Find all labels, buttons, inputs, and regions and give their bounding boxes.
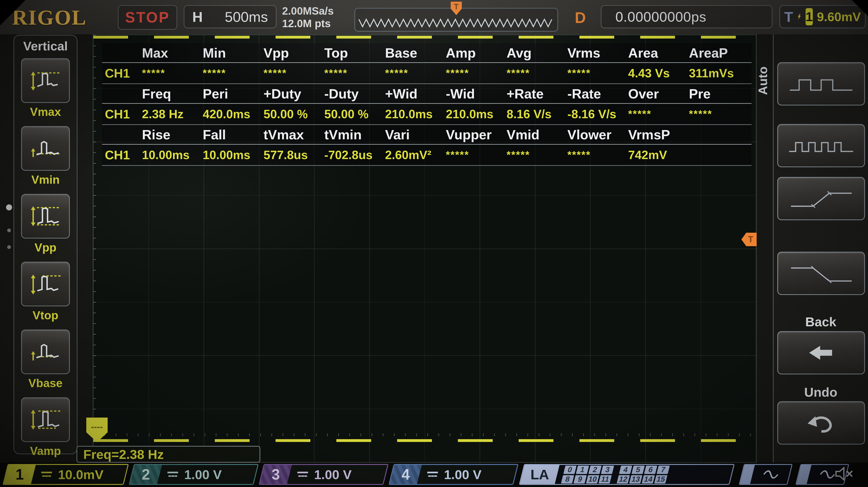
- sidebar-item-vpp[interactable]: Vpp: [21, 194, 70, 254]
- back-label: Back: [774, 314, 868, 329]
- measurement-value-row: CH110.00ms10.00ms577.8us-702.8us2.60mV²*…: [102, 145, 751, 166]
- measurement-header: tVmin: [324, 127, 385, 142]
- sidebar-item-vbase[interactable]: Vbase: [21, 330, 70, 390]
- digital-channel-9: 9: [574, 475, 587, 484]
- channel-status-bar: 1 10.0mV 2 1.00 V 3 1.00 V 4 1.0: [0, 463, 868, 487]
- channel2-number: 2: [142, 466, 150, 483]
- digital-channel-5: 5: [632, 466, 645, 474]
- vamp-button[interactable]: [21, 397, 70, 442]
- measurement-header: Pre: [689, 86, 750, 102]
- vmax-label: Vmax: [30, 105, 61, 119]
- measurement-header: +Duty: [264, 86, 324, 102]
- sine-wave-icon: [760, 467, 782, 481]
- multi-pulse-measure-button[interactable]: [777, 124, 865, 167]
- measurement-value: 742mV: [628, 148, 689, 162]
- digital-channel-8: 8: [561, 475, 574, 484]
- digital-row-top: 01234567: [563, 466, 670, 474]
- sidebar-item-vtop[interactable]: Vtop: [21, 262, 70, 322]
- measurement-value: 50.00 %: [324, 107, 385, 121]
- digital-channel-14: 14: [642, 475, 655, 484]
- horizontal-label: H: [192, 8, 203, 25]
- channel4-coupling-icon: [427, 471, 438, 478]
- measurement-value: 2.60mV²: [385, 148, 446, 162]
- digital-channel-7: 7: [657, 466, 670, 474]
- channel1-position-marker[interactable]: [86, 418, 107, 442]
- digital-channel-15: 15: [654, 475, 668, 484]
- vertical-measure-panel: Vertical Vmax: [13, 35, 78, 454]
- sidebar-item-vamp[interactable]: Vamp: [21, 397, 70, 458]
- run-status-badge[interactable]: STOP: [118, 5, 177, 30]
- sidebar-item-vmin[interactable]: Vmin: [21, 126, 70, 187]
- waveform-preview[interactable]: T: [354, 8, 558, 32]
- measurement-header: Min: [203, 45, 264, 61]
- vtop-button[interactable]: [21, 262, 70, 306]
- brand-logo: RIGOL: [12, 5, 87, 30]
- fall-edge-measure-button[interactable]: [777, 252, 865, 295]
- trigger-info-box[interactable]: T 1 9.60mV: [779, 5, 866, 28]
- measurement-channel-label: CH1: [102, 66, 142, 80]
- panel-title: Vertical: [14, 39, 77, 53]
- measure-threshold-line-top: [93, 36, 756, 38]
- sound-muted-icon: [834, 464, 854, 484]
- horizontal-timebase-box[interactable]: H 500ms: [184, 5, 277, 28]
- measurement-value: *****: [385, 67, 446, 79]
- measurement-header: Freq: [142, 86, 203, 102]
- digital-channel-12: 12: [617, 475, 630, 484]
- vmax-button[interactable]: [21, 58, 70, 103]
- measurement-header: Avg: [506, 45, 567, 61]
- trigger-level-letter: T: [748, 234, 753, 244]
- rise-edge-measure-button[interactable]: [777, 177, 865, 220]
- vtop-icon: [28, 271, 63, 297]
- channel4-scale: 1.00 V: [444, 467, 482, 482]
- measurement-header: VrmsP: [628, 127, 689, 142]
- back-button[interactable]: [777, 331, 865, 374]
- logic-analyzer-status[interactable]: LA 01234567 89101112131415: [519, 464, 735, 485]
- measure-item-list: Vmax Vmin: [14, 58, 77, 465]
- vbase-label: Vbase: [28, 376, 62, 390]
- source1-status[interactable]: 1: [739, 464, 793, 485]
- measurement-value-row: CH12.38 Hz420.0ms50.00 %50.00 %210.0ms21…: [102, 104, 751, 125]
- measurement-channel-label: CH1: [102, 148, 142, 162]
- measurement-value: *****: [628, 108, 689, 120]
- two-pulse-measure-button[interactable]: [777, 62, 865, 106]
- channel2-status[interactable]: 2 1.00 V: [129, 464, 259, 485]
- two-pulse-icon: [786, 71, 856, 96]
- digital-channel-2: 2: [588, 466, 602, 474]
- digital-channel-3: 3: [601, 466, 614, 474]
- digital-row-bottom: 89101112131415: [561, 475, 668, 484]
- measurement-value: 311mVs: [689, 66, 750, 80]
- channel3-coupling-icon: [298, 471, 308, 478]
- channel4-status[interactable]: 4 1.00 V: [389, 464, 519, 485]
- measurement-value: 210.0ms: [385, 107, 446, 121]
- vmin-button[interactable]: [21, 126, 70, 171]
- sidebar-item-vmax[interactable]: Vmax: [21, 58, 70, 119]
- measurement-header: Rise: [142, 127, 203, 142]
- digital-channel-13: 13: [629, 475, 642, 484]
- measurement-value: 420.0ms: [203, 107, 264, 121]
- measurement-header: -Rate: [567, 86, 628, 102]
- channel1-status[interactable]: 1 10.0mV: [3, 464, 129, 485]
- measurement-value: *****: [567, 149, 628, 161]
- measurement-value: *****: [446, 67, 506, 79]
- delay-value: 0.00000000ps: [615, 9, 706, 25]
- trigger-source-badge: 1: [806, 8, 813, 25]
- run-status-text: STOP: [125, 9, 170, 26]
- trigger-level-marker[interactable]: T: [741, 233, 757, 246]
- vamp-label: Vamp: [30, 444, 61, 458]
- measurement-value: -702.8us: [324, 148, 385, 162]
- vbase-button[interactable]: [21, 330, 70, 374]
- measurement-value-row: CH1*************************************…: [102, 63, 751, 84]
- measurement-header: AreaP: [689, 45, 750, 61]
- channel2-scale: 1.00 V: [184, 467, 222, 482]
- trigger-slope-icon: [797, 11, 801, 22]
- undo-button[interactable]: [777, 401, 865, 445]
- digital-channel-6: 6: [644, 466, 657, 474]
- vmax-icon: [28, 68, 63, 93]
- measurement-value: 10.00ms: [142, 148, 203, 162]
- channel3-status[interactable]: 3 1.00 V: [259, 464, 389, 485]
- measurement-header: Vmid: [506, 127, 567, 142]
- channel2-coupling-icon: [167, 471, 178, 478]
- frequency-counter-value: Freq=2.38 Hz: [83, 447, 164, 462]
- vpp-button[interactable]: [21, 194, 70, 238]
- delay-value-box[interactable]: 0.00000000ps: [601, 5, 772, 28]
